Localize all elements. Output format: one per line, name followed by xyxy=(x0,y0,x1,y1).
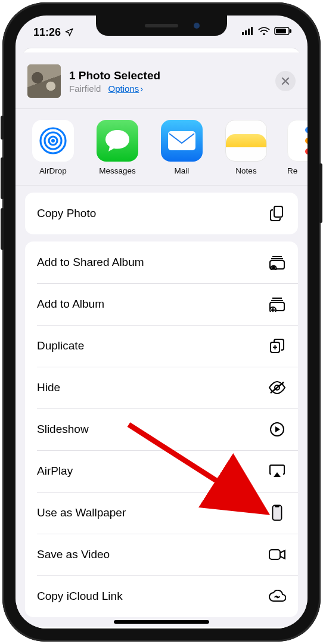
options-link[interactable]: Options xyxy=(108,83,139,94)
action-group-tertiary: Create Watch Face xyxy=(25,627,298,628)
share-app-reminders[interactable]: Re xyxy=(287,120,305,175)
volume-up xyxy=(1,157,4,199)
action-label: Hide xyxy=(37,381,60,394)
action-label: Slideshow xyxy=(37,423,89,436)
wifi-icon xyxy=(258,27,270,38)
svg-rect-24 xyxy=(269,550,280,559)
app-label: Mail xyxy=(159,166,205,175)
svg-point-4 xyxy=(263,33,265,35)
notch xyxy=(96,16,227,36)
airdrop-icon xyxy=(32,120,74,162)
share-app-mail[interactable]: Mail xyxy=(159,120,205,175)
action-save-as-video[interactable]: Save as Video xyxy=(25,534,298,575)
svg-rect-0 xyxy=(242,32,244,35)
svg-point-11 xyxy=(51,139,55,143)
svg-rect-6 xyxy=(276,29,286,33)
share-title: 1 Photo Selected xyxy=(69,69,160,82)
app-label: Messages xyxy=(94,166,141,175)
app-label: Notes xyxy=(223,166,269,175)
share-sheet: 1 Photo Selected Fairfield Options› xyxy=(15,52,308,628)
home-indicator[interactable] xyxy=(114,620,209,624)
action-label: Copy iCloud Link xyxy=(37,590,123,603)
svg-rect-22 xyxy=(273,506,282,521)
svg-rect-7 xyxy=(290,29,291,33)
ringer-switch xyxy=(1,116,4,140)
close-button[interactable] xyxy=(275,71,296,91)
volume-down xyxy=(1,208,4,250)
reminders-icon xyxy=(287,120,308,162)
share-app-notes[interactable]: Notes xyxy=(223,120,269,175)
svg-rect-13 xyxy=(274,206,282,217)
add-album-icon xyxy=(268,295,286,313)
action-copy-icloud-link[interactable]: Copy iCloud Link xyxy=(25,575,298,617)
phone-frame: 11:26 xyxy=(2,2,321,642)
action-label: Add to Album xyxy=(37,298,104,311)
mail-icon xyxy=(161,120,203,162)
action-label: Save as Video xyxy=(37,548,110,561)
app-label: AirDrop xyxy=(30,166,76,175)
svg-rect-3 xyxy=(251,27,253,35)
svg-rect-2 xyxy=(248,29,250,35)
video-icon xyxy=(268,546,286,564)
status-time: 11:26 xyxy=(33,26,61,39)
location-icon xyxy=(64,27,74,37)
svg-rect-12 xyxy=(168,131,195,150)
chevron-right-icon: › xyxy=(140,83,143,94)
duplicate-icon xyxy=(268,337,286,355)
action-use-as-wallpaper[interactable]: Use as Wallpaper xyxy=(25,492,298,534)
action-label: Copy Photo xyxy=(37,207,96,220)
svg-rect-1 xyxy=(245,30,247,35)
share-location: Fairfield xyxy=(69,83,101,94)
messages-icon xyxy=(97,120,138,162)
action-add-shared-album[interactable]: Add to Shared Album xyxy=(25,242,298,283)
share-app-airdrop[interactable]: AirDrop xyxy=(30,120,76,175)
action-copy-photo[interactable]: Copy Photo xyxy=(25,193,298,234)
action-group-secondary: Add to Shared Album Add to Album Duplica… xyxy=(25,242,298,617)
action-label: Add to Shared Album xyxy=(37,256,144,269)
copy-icon xyxy=(268,205,286,222)
action-label: AirPlay xyxy=(37,465,73,478)
play-circle-icon xyxy=(268,420,286,438)
notes-icon xyxy=(225,120,267,162)
airplay-icon xyxy=(268,462,286,480)
action-label: Use as Wallpaper xyxy=(37,506,126,519)
share-apps-row[interactable]: AirDrop Messages Mail Notes xyxy=(15,109,308,185)
screen: 11:26 xyxy=(15,16,308,628)
app-label: Re xyxy=(287,166,305,175)
shared-album-icon xyxy=(268,253,286,271)
battery-icon xyxy=(274,27,292,38)
action-slideshow[interactable]: Slideshow xyxy=(25,408,298,450)
share-app-messages[interactable]: Messages xyxy=(94,120,141,175)
action-hide[interactable]: Hide xyxy=(25,367,298,408)
photo-thumbnail[interactable] xyxy=(27,64,61,98)
share-header: 1 Photo Selected Fairfield Options› xyxy=(15,52,308,109)
actions-scroll[interactable]: Copy Photo Add to Shared Album xyxy=(15,185,308,628)
action-duplicate[interactable]: Duplicate xyxy=(25,325,298,367)
action-airplay[interactable]: AirPlay xyxy=(25,450,298,492)
action-add-album[interactable]: Add to Album xyxy=(25,283,298,325)
cell-signal-icon xyxy=(242,27,254,38)
hide-icon xyxy=(268,379,286,397)
svg-rect-23 xyxy=(275,506,279,507)
action-create-watch-face[interactable]: Create Watch Face xyxy=(25,627,298,628)
power-button xyxy=(319,163,322,223)
phone-icon xyxy=(268,504,286,522)
action-group-primary: Copy Photo xyxy=(25,193,298,234)
cloud-link-icon xyxy=(268,587,286,605)
action-label: Duplicate xyxy=(37,339,84,352)
